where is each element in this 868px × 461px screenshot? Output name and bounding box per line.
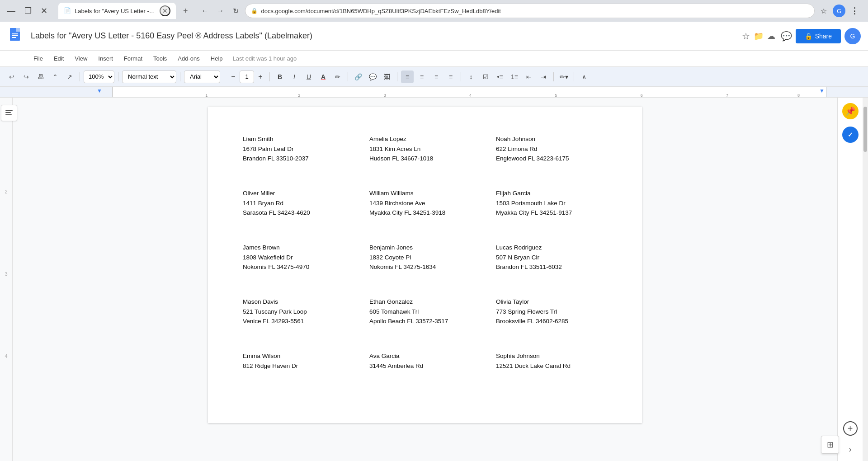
profile-button[interactable]: G: [833, 5, 845, 17]
keep-panel-button[interactable]: 📌: [842, 103, 859, 119]
browser-tab[interactable]: 📄 Labels for "Avery US Letter - 516... ✕: [58, 3, 176, 19]
toolbar-separator-7: [397, 72, 397, 81]
menu-format[interactable]: Format: [119, 53, 147, 64]
label-address-line2: Apollo Beach FL 33572-3517: [369, 316, 481, 326]
line-spacing-button[interactable]: ↕: [465, 71, 477, 83]
menu-view[interactable]: View: [70, 53, 92, 64]
zoom-select[interactable]: 100%: [84, 71, 114, 83]
undo-button[interactable]: ↩: [5, 71, 18, 83]
menu-addons[interactable]: Add-ons: [173, 53, 204, 64]
label-address-line1: 773 Spring Flowers Trl: [496, 307, 607, 317]
bookmark-button[interactable]: ☆: [817, 5, 830, 17]
toolbar-separator-6: [348, 72, 348, 81]
star-button[interactable]: ☆: [742, 31, 750, 42]
italic-button[interactable]: I: [288, 71, 301, 83]
share-button[interactable]: 🔒 Share: [796, 29, 841, 43]
last-edit-text[interactable]: Last edit was 1 hour ago: [233, 55, 297, 62]
add-panel-button[interactable]: +: [843, 421, 858, 436]
indent-decrease-button[interactable]: ⇤: [523, 71, 535, 83]
toolbar-separator-5: [269, 72, 270, 81]
label-cell: Ethan Gonzalez 605 Tomahawk Trl Apollo B…: [362, 287, 488, 342]
label-name: William Williams: [369, 188, 481, 198]
user-avatar[interactable]: G: [844, 28, 861, 44]
label-address-line2: Sarasota FL 34243-4620: [243, 208, 354, 218]
ruler-container: ▼ 1 2 3 4 5 6 7 8 ▼: [0, 87, 868, 98]
comment-inline-button[interactable]: 💬: [366, 71, 379, 83]
panel-nav-right[interactable]: ›: [844, 443, 857, 456]
svg-rect-6: [5, 110, 13, 111]
minimize-button[interactable]: —: [4, 0, 19, 22]
label-address-line1: 1831 Kim Acres Ln: [369, 144, 481, 154]
label-name: Ava Garcia: [369, 351, 481, 361]
url-text: docs.google.com/document/d/1BN65WDHp_qSZ…: [261, 8, 809, 14]
label-cell: James Brown 1808 Wakefield Dr Nokomis FL…: [235, 233, 362, 287]
label-address-line1: 1411 Bryan Rd: [243, 198, 354, 208]
clear-format-button[interactable]: ↗: [63, 71, 76, 83]
collapse-toolbar-button[interactable]: ∧: [578, 71, 590, 83]
browser-menu-button[interactable]: ⋮: [848, 5, 861, 17]
label-address-line2: Venice FL 34293-5561: [243, 316, 354, 326]
toolbar-separator-10: [574, 72, 574, 81]
align-right-button[interactable]: ≡: [430, 71, 443, 83]
browser-chrome: — ❐ ✕ 📄 Labels for "Avery US Letter - 51…: [0, 0, 868, 22]
paint-format-button[interactable]: ⌃: [49, 71, 61, 83]
outline-button[interactable]: [1, 105, 17, 121]
svg-rect-7: [5, 112, 11, 113]
label-cell: Mason Davis 521 Tuscany Park Loop Venice…: [235, 287, 362, 342]
address-bar[interactable]: 🔒 docs.google.com/document/d/1BN65WDHp_q…: [245, 4, 815, 18]
highlight-button[interactable]: ✏: [331, 71, 344, 83]
text-color-button[interactable]: A: [317, 71, 330, 83]
underline-button[interactable]: U: [302, 71, 315, 83]
font-size-input[interactable]: [240, 71, 254, 83]
new-tab-button[interactable]: +: [179, 5, 192, 18]
label-cell: Noah Johnson 622 Limona Rd Englewood FL …: [488, 125, 615, 179]
print-button[interactable]: 🖶: [34, 71, 47, 83]
menu-insert[interactable]: Insert: [94, 53, 118, 64]
indent-increase-button[interactable]: ⇥: [537, 71, 550, 83]
bold-button[interactable]: B: [274, 71, 286, 83]
comments-button[interactable]: 💬: [781, 31, 792, 42]
toolbar-separator-1: [80, 72, 80, 81]
folder-button[interactable]: 📁: [754, 31, 764, 41]
ruler-mark-6: 6: [641, 93, 643, 98]
redo-button[interactable]: ↪: [20, 71, 33, 83]
align-left-button[interactable]: ≡: [401, 71, 414, 83]
toolbar-separator-8: [461, 72, 461, 81]
close-button[interactable]: ✕: [37, 0, 51, 22]
tab-close-button[interactable]: ✕: [160, 5, 170, 16]
label-name: James Brown: [243, 243, 354, 253]
format-options-button[interactable]: ✏▾: [557, 71, 570, 83]
page-navigator-button[interactable]: ⊞: [821, 436, 839, 454]
app-logo: [7, 27, 25, 45]
font-size-increase-button[interactable]: +: [255, 71, 266, 83]
refresh-button[interactable]: ↻: [230, 5, 242, 17]
cloud-save-button[interactable]: ☁: [767, 31, 775, 41]
back-button[interactable]: ←: [199, 5, 212, 17]
numbered-list-button[interactable]: 1≡: [508, 71, 521, 83]
margin-number-4: 4: [5, 353, 7, 359]
align-center-button[interactable]: ≡: [415, 71, 428, 83]
label-address-line1: 507 N Bryan Cir: [496, 253, 607, 263]
tasks-panel-button[interactable]: ✓: [842, 127, 859, 143]
toolbar-separator-3: [180, 72, 180, 81]
menu-tools[interactable]: Tools: [149, 53, 171, 64]
bulleted-list-button[interactable]: •≡: [494, 71, 506, 83]
label-cell: William Williams 1439 Birchstone Ave Mya…: [362, 179, 488, 233]
menu-edit[interactable]: Edit: [49, 53, 68, 64]
font-select[interactable]: Arial: [184, 71, 220, 83]
checklist-button[interactable]: ☑: [479, 71, 492, 83]
forward-button[interactable]: →: [214, 5, 227, 17]
link-button[interactable]: 🔗: [352, 71, 364, 83]
scrollbar[interactable]: [863, 98, 868, 461]
document-area[interactable]: Liam Smith 1678 Palm Leaf Dr Brandon FL …: [13, 98, 837, 461]
align-justify-button[interactable]: ≡: [444, 71, 457, 83]
label-name: Emma Wilson: [243, 351, 354, 361]
style-select[interactable]: Normal text: [122, 71, 176, 83]
font-size-decrease-button[interactable]: −: [228, 71, 239, 83]
menu-help[interactable]: Help: [206, 53, 227, 64]
menu-file[interactable]: File: [29, 53, 47, 64]
image-button[interactable]: 🖼: [381, 71, 393, 83]
maximize-button[interactable]: ❐: [21, 0, 35, 22]
ruler-right-marker[interactable]: ▼: [819, 88, 825, 94]
ruler-left-marker[interactable]: ▼: [97, 88, 102, 94]
